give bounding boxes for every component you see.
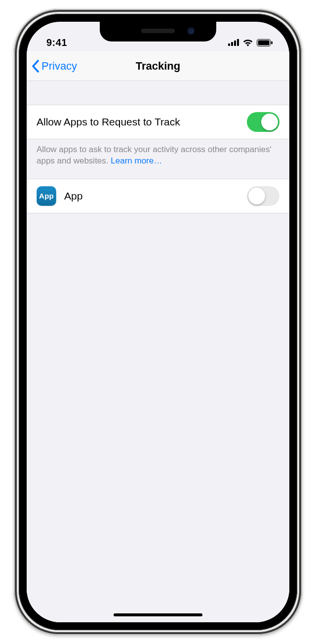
svg-rect-3 [237, 39, 239, 46]
chevron-left-icon [32, 60, 40, 73]
nav-bar: Privacy Tracking [27, 51, 289, 81]
app-tracking-toggle[interactable] [247, 186, 279, 206]
screen: 9:41 [27, 22, 289, 622]
svg-point-4 [247, 44, 249, 46]
content: Allow Apps to Request to Track Allow app… [27, 81, 289, 622]
toggle-knob [261, 114, 278, 130]
home-indicator[interactable] [114, 613, 202, 616]
speaker-grille [141, 29, 175, 33]
section-spacer [27, 81, 289, 105]
svg-rect-6 [258, 40, 270, 45]
allow-tracking-toggle[interactable] [247, 112, 279, 132]
cellular-icon [228, 39, 239, 46]
battery-icon [257, 39, 273, 46]
svg-rect-0 [228, 43, 230, 46]
device-inner-frame: 9:41 [19, 14, 297, 630]
allow-tracking-label: Allow Apps to Request to Track [37, 116, 239, 128]
app-name: App [64, 190, 239, 202]
status-time: 9:41 [46, 37, 67, 48]
app-icon: App [37, 186, 56, 206]
notch [100, 22, 216, 41]
front-camera [187, 27, 195, 35]
back-button[interactable]: Privacy [32, 51, 77, 80]
status-indicators [228, 39, 273, 46]
svg-rect-2 [234, 40, 236, 46]
page-title: Tracking [136, 60, 180, 73]
device-frame: 9:41 [14, 9, 302, 635]
back-label: Privacy [41, 60, 77, 73]
learn-more-link[interactable]: Learn more… [111, 156, 162, 165]
allow-tracking-cell: Allow Apps to Request to Track [27, 105, 289, 139]
svg-rect-1 [231, 42, 233, 46]
allow-tracking-footer: Allow apps to ask to track your activity… [27, 139, 289, 179]
toggle-knob [248, 188, 265, 204]
wifi-icon [242, 39, 253, 46]
svg-rect-7 [271, 41, 273, 44]
app-row: App App [27, 179, 289, 213]
